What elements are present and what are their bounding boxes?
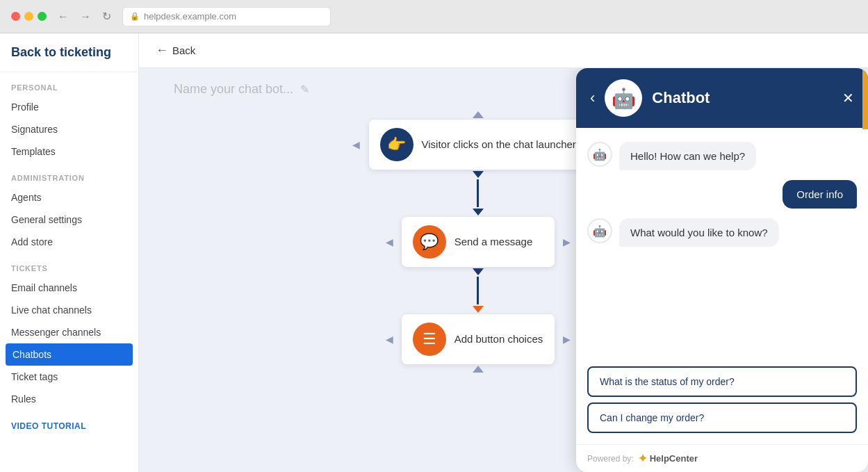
flow-node-row-1: ◀ 👉 Visitor clicks on the chat launcher … [350,120,605,170]
flow-node-row-2: ◀ 💬 Send a message ▶ [383,217,573,267]
main-content: ← Back Name your chat bot... ✎ ◀ 👉 Visit… [139,33,868,472]
chatbot-name: Chatbot [652,89,710,107]
bot-avatar-small-1: 🤖 [587,142,612,167]
refresh-nav-button[interactable]: ↻ [99,8,114,24]
back-button-label: Back [172,44,195,56]
node-1-icon: 👉 [379,128,413,161]
app-layout: Back to ticketing PERSONAL Profile Signa… [0,33,868,472]
main-header: ← Back [139,33,868,68]
flow-container: ◀ 👉 Visitor clicks on the chat launcher … [350,110,605,374]
chatbot-panel: ‹ 🤖 Chatbot ✕ 🤖 Hello! How can we help? … [576,68,868,472]
canvas-title: Name your chat bot... ✎ [174,82,309,97]
tickets-section-label: TICKETS [0,253,138,277]
node-2-arrow-left[interactable]: ◀ [383,234,396,250]
flow-connector-1-down [473,171,484,178]
flow-node-row-3: ◀ ☰ Add button choices ▶ [383,314,573,364]
sidebar-item-live-chat-channels[interactable]: Live chat channels [0,299,138,321]
bot-message-row-2: 🤖 What would you like to know? [587,218,857,247]
sidebar-item-agents[interactable]: Agents [0,186,138,209]
chatbot-back-button[interactable]: ‹ [590,89,595,107]
chatbot-close-button[interactable]: ✕ [842,90,854,106]
chatbot-header: ‹ 🤖 Chatbot ✕ [576,68,868,128]
node-3-arrow-right[interactable]: ▶ [560,331,573,348]
node-2-label: Send a message [455,235,533,249]
helpcenter-logo: ✦ HelpCenter [638,452,698,465]
back-arrow-icon: ← [156,43,168,58]
sidebar-item-signatures[interactable]: Signatures [0,118,138,140]
bot-bubble-1: Hello! How can we help? [619,142,756,170]
orange-accent-bar [862,68,868,129]
canvas-title-text[interactable]: Name your chat bot... [174,82,293,97]
choice-button-1[interactable]: What is the status of my order? [587,366,857,397]
node-3-label: Add button choices [455,332,543,346]
sidebar-item-rules[interactable]: Rules [0,388,138,410]
flow-connector-2-down [473,209,484,215]
helpcenter-name: HelpCenter [650,453,698,464]
bot-avatar-small-2: 🤖 [587,218,612,243]
powered-by-label: Powered by: [587,454,634,464]
admin-section-label: ADMINISTRATION [0,163,138,186]
bot-message-row-1: 🤖 Hello! How can we help? [587,142,857,170]
back-nav-button[interactable]: ← [55,8,72,24]
flow-node-3[interactable]: ☰ Add button choices [402,314,555,364]
nav-buttons: ← → ↻ [55,8,114,24]
personal-section-label: PERSONAL [0,72,138,96]
sidebar-item-templates[interactable]: Templates [0,140,138,163]
flow-node-2[interactable]: 💬 Send a message [402,217,555,267]
user-bubble-1: Order info [783,180,857,209]
choice-button-2[interactable]: Can I change my order? [587,402,857,433]
traffic-lights [11,12,47,21]
chatbot-avatar: 🤖 [605,79,642,117]
flow-node-1[interactable]: 👉 Visitor clicks on the chat launcher [368,120,587,170]
back-to-ticketing-link[interactable]: Back to ticketing [11,44,127,60]
flow-line-1 [477,179,479,207]
sidebar-item-ticket-tags[interactable]: Ticket tags [0,366,138,388]
helpcenter-star-icon: ✦ [638,452,647,465]
tl-red[interactable] [11,12,20,21]
node-3-arrow-left[interactable]: ◀ [383,331,396,348]
tl-green[interactable] [38,12,47,21]
sidebar-back-section: Back to ticketing [0,33,138,72]
bot-bubble-2: What would you like to know? [619,218,779,247]
powered-by-footer: Powered by: ✦ HelpCenter [576,444,868,472]
tl-yellow[interactable] [24,12,33,21]
forward-nav-button[interactable]: → [77,8,94,24]
user-bubble-row-1: Order info [587,180,857,209]
lock-icon: 🔒 [130,12,140,21]
sidebar-item-email-channels[interactable]: Email channels [0,277,138,299]
flow-arrow-bottom [473,366,484,373]
sidebar-item-general-settings[interactable]: General settings [0,209,138,231]
video-tutorial-label[interactable]: VIDEO TUTORIAL [0,410,138,435]
canvas-area: Name your chat bot... ✎ ◀ 👉 Visitor clic… [139,68,868,472]
address-bar[interactable]: 🔒 helpdesk.example.com [122,7,331,26]
sidebar-item-messenger-channels[interactable]: Messenger channels [0,321,138,343]
flow-arrow-top [473,111,484,118]
node-2-arrow-right[interactable]: ▶ [560,234,573,250]
address-text: helpdesk.example.com [144,11,236,22]
chatbot-body: 🤖 Hello! How can we help? Order info 🤖 W… [576,128,868,358]
node-1-arrow-left[interactable]: ◀ [350,136,363,153]
chatbot-choices: What is the status of my order? Can I ch… [576,358,868,444]
flow-connector-3-down [473,268,484,275]
node-1-label: Visitor clicks on the chat launcher [421,138,575,152]
sidebar-item-chatbots[interactable]: Chatbots [6,343,133,366]
sidebar-item-add-store[interactable]: Add store [0,231,138,253]
node-2-icon: 💬 [413,225,446,259]
edit-icon[interactable]: ✎ [300,83,309,96]
sidebar: Back to ticketing PERSONAL Profile Signa… [0,33,139,472]
sidebar-item-profile[interactable]: Profile [0,96,138,118]
back-button[interactable]: ← Back [156,43,195,58]
flow-line-2 [477,277,479,304]
node-3-icon: ☰ [413,323,446,356]
browser-chrome: ← → ↻ 🔒 helpdesk.example.com [0,0,868,33]
flow-arrow-orange [473,306,484,313]
